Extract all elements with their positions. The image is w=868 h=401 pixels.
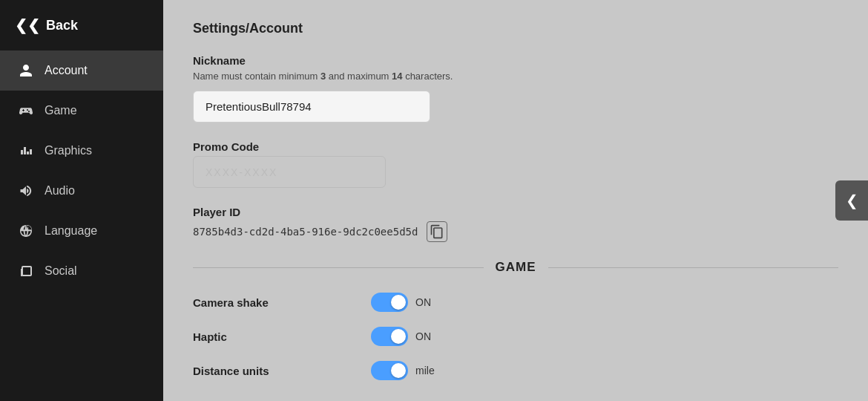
social-icon (18, 263, 34, 279)
camera-shake-slider (371, 293, 408, 312)
back-label: Back (46, 18, 78, 33)
sidebar-item-account[interactable]: Account (0, 50, 163, 91)
distance-units-toggle[interactable] (371, 361, 408, 380)
right-arrow-icon: ❮ (846, 192, 858, 209)
graphics-label: Graphics (45, 144, 92, 157)
language-label: Language (45, 224, 97, 238)
nav-items: Account Game Graphics Audio (0, 50, 163, 291)
social-label: Social (45, 264, 77, 278)
player-id-group: Player ID 8785b4d3-cd2d-4ba5-916e-9dc2c0… (193, 206, 838, 242)
haptic-toggle-container: ON (371, 327, 431, 346)
game-icon (18, 102, 34, 119)
sidebar-item-graphics[interactable]: Graphics (0, 131, 163, 171)
promo-code-input[interactable] (193, 156, 386, 188)
sidebar-item-social[interactable]: Social (0, 251, 163, 291)
nickname-input[interactable] (193, 91, 430, 123)
camera-shake-status: ON (415, 296, 431, 308)
audio-label: Audio (45, 184, 75, 198)
player-id-row: 8785b4d3-cd2d-4ba5-916e-9dc2c0ee5d5d (193, 221, 838, 242)
back-button[interactable]: ❮❮ Back (0, 0, 163, 50)
sidebar-item-audio[interactable]: Audio (0, 171, 163, 211)
language-icon (18, 223, 34, 239)
player-id-label: Player ID (193, 206, 838, 218)
distance-units-status: mile (415, 365, 435, 376)
right-arrow-button[interactable]: ❮ (835, 180, 868, 221)
main-content: Settings/Account Nickname Name must cont… (163, 0, 868, 401)
sidebar-item-language[interactable]: Language (0, 211, 163, 251)
player-id-value: 8785b4d3-cd2d-4ba5-916e-9dc2c0ee5d5d (193, 226, 418, 238)
sidebar: ❮❮ Back Account Game Graphics (0, 0, 163, 401)
camera-shake-label: Camera shake (193, 296, 371, 309)
back-icon: ❮❮ (15, 16, 40, 34)
account-icon (18, 62, 34, 79)
camera-shake-toggle-container: ON (371, 293, 431, 312)
divider-left (193, 267, 484, 268)
game-section-title: GAME (496, 260, 536, 275)
graphics-icon (18, 143, 34, 159)
account-label: Account (45, 64, 88, 77)
divider-right (548, 267, 839, 268)
distance-units-label: Distance units (193, 365, 371, 377)
haptic-slider (371, 327, 408, 346)
distance-units-row: Distance units mile (193, 361, 838, 380)
distance-units-toggle-container: mile (371, 361, 435, 380)
promo-code-label: Promo Code (193, 140, 838, 153)
haptic-label: Haptic (193, 330, 371, 343)
haptic-row: Haptic ON (193, 327, 838, 346)
sidebar-item-game[interactable]: Game (0, 91, 163, 131)
camera-shake-row: Camera shake ON (193, 293, 838, 312)
copy-button[interactable] (427, 221, 447, 242)
page-title: Settings/Account (193, 21, 838, 36)
haptic-toggle[interactable] (371, 327, 408, 346)
promo-code-group: Promo Code (193, 140, 838, 188)
game-label: Game (45, 104, 77, 117)
audio-icon (18, 183, 34, 199)
camera-shake-toggle[interactable] (371, 293, 408, 312)
distance-units-slider (371, 361, 408, 380)
game-section-divider: GAME (193, 260, 838, 275)
nickname-hint: Name must contain minimum 3 and maximum … (193, 70, 838, 83)
nickname-label: Nickname (193, 54, 838, 67)
nickname-group: Nickname Name must contain minimum 3 and… (193, 54, 838, 123)
haptic-status: ON (415, 330, 431, 342)
